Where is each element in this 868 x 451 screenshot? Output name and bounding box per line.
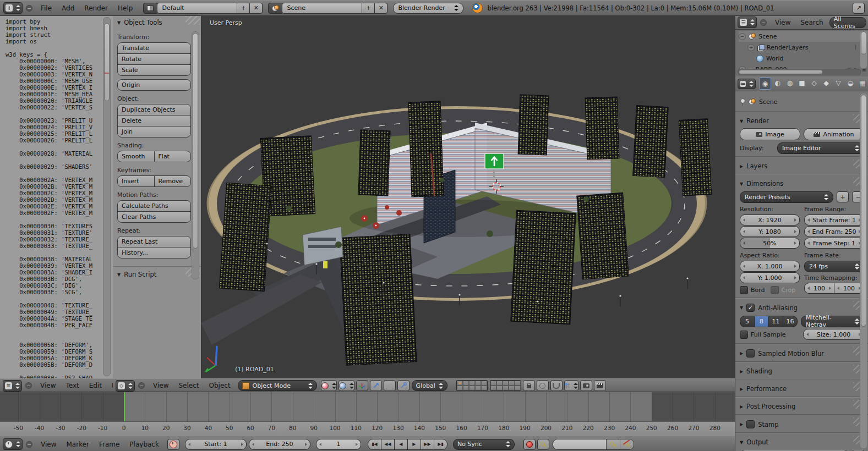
close-layout-button[interactable]: ✕ — [250, 3, 263, 14]
aa-sample-5[interactable]: 5 — [740, 316, 755, 327]
anti-aliasing-checkbox[interactable]: ✓ — [746, 304, 755, 312]
record-button[interactable] — [523, 439, 536, 450]
jump-to-end-button[interactable]: ▶▮ — [434, 439, 447, 450]
rotate-manipulator-button[interactable] — [384, 380, 396, 391]
sampled-motion-blur-panel-header[interactable]: ▶Sampled Motion Blur — [735, 345, 868, 360]
text-editor-region[interactable]: import bpy import bmesh import struct im… — [0, 15, 113, 378]
add-layout-button[interactable]: + — [237, 3, 250, 14]
collapse-menus-icon[interactable]: − — [138, 382, 145, 389]
scale-button[interactable]: Scale — [117, 64, 191, 76]
render-tab[interactable]: ◉ — [759, 78, 771, 90]
outliner-hscrollbar[interactable] — [738, 69, 861, 75]
screen-layout-browse-button[interactable] — [143, 3, 157, 14]
object-tab[interactable]: ■ — [796, 78, 807, 89]
border-checkbox-group[interactable]: Bord — [740, 286, 765, 294]
scale-manipulator-button[interactable] — [397, 380, 410, 391]
render-presets-dropdown[interactable]: Render Presets — [740, 191, 833, 203]
editor-type-outliner-button[interactable]: ☰ — [738, 16, 757, 28]
mode-dropdown[interactable]: Object Mode — [238, 380, 317, 391]
editor-type-info-button[interactable]: i — [3, 2, 23, 14]
duplicate-objects-button[interactable]: Duplicate Objects — [117, 104, 191, 116]
prev-keyframe-button[interactable]: ◀◀ — [381, 439, 395, 450]
text-editor-menu-text[interactable]: Text — [61, 382, 84, 389]
layer-cell[interactable] — [463, 386, 469, 391]
screen-layout-name[interactable]: Default — [157, 3, 237, 14]
aa-size-field[interactable]: Size: 1.000 — [803, 329, 864, 340]
editor-type-text-button[interactable]: ≡ — [3, 380, 22, 392]
pivot-point-dropdown[interactable] — [339, 380, 354, 391]
render-animation-button[interactable]: Animation — [804, 128, 864, 140]
opengl-render-button[interactable] — [580, 380, 592, 391]
viewport-shading-dropdown[interactable] — [321, 380, 337, 391]
outliner-item-scene[interactable]: −Scene — [739, 31, 868, 42]
collapse-menus-icon[interactable]: − — [25, 382, 32, 389]
scene-tab[interactable]: ◐ — [772, 78, 783, 89]
layers-panel-header[interactable]: ▶ Layers — [735, 158, 868, 173]
use-preview-range-button[interactable] — [167, 439, 179, 450]
resolution-x-field[interactable]: X: 1920 — [740, 215, 800, 226]
layer-cell[interactable] — [490, 386, 496, 391]
topbar-menu-add[interactable]: Add — [57, 4, 79, 12]
layer-cell[interactable] — [515, 381, 521, 386]
expand-icon[interactable]: + — [747, 44, 755, 51]
repeat-last-button[interactable]: Repeat Last — [117, 236, 191, 248]
layer-cell[interactable] — [457, 381, 463, 386]
calculate-paths-button[interactable]: Calculate Paths — [117, 200, 191, 212]
outliner-menu-view[interactable]: View — [770, 19, 795, 26]
scrollbar-thumb[interactable] — [861, 31, 866, 54]
translate-button[interactable]: Translate — [117, 42, 191, 54]
post-processing-panel-header[interactable]: ▶Post Processing — [735, 399, 868, 413]
view3d-menu-select[interactable]: Select — [173, 382, 204, 389]
layer-cell[interactable] — [475, 381, 481, 386]
aspect-y-field[interactable]: Y: 1.000 — [740, 272, 800, 283]
clear-paths-button[interactable]: Clear Paths — [117, 211, 191, 223]
pin-icon[interactable] — [740, 98, 745, 106]
layer-cell[interactable] — [457, 386, 463, 391]
properties-scrollbar[interactable] — [860, 93, 867, 449]
world-tab[interactable]: ◍ — [784, 78, 795, 89]
flat-button[interactable]: Flat — [154, 151, 192, 162]
layer-cell[interactable] — [481, 381, 487, 386]
collapse-menus-icon[interactable]: − — [26, 441, 32, 448]
outliner-vscrollbar[interactable] — [860, 30, 867, 69]
constraints-tab[interactable]: ◇ — [809, 78, 820, 89]
scene-browse-button[interactable] — [268, 3, 282, 14]
outliner-menu-search[interactable]: Search — [795, 19, 828, 26]
dimensions-panel-header[interactable]: ▼ Dimensions — [735, 176, 868, 190]
topbar-menu-render[interactable]: Render — [79, 4, 113, 12]
time-remap-old-field[interactable]: 100 — [804, 283, 834, 294]
manipulator-toggle-button[interactable] — [356, 380, 368, 391]
object-tools-panel-header[interactable]: ▼ Object Tools — [113, 15, 201, 29]
aa-filter-dropdown[interactable]: Mitchell-Netrav — [801, 316, 864, 327]
next-keyframe-button[interactable]: ▶▶ — [421, 439, 434, 450]
data-tab[interactable]: ▽ — [833, 78, 844, 89]
scrollbar-thumb[interactable] — [861, 95, 866, 327]
outliner-item-world[interactable]: World — [739, 53, 868, 64]
auto-keyframe-button[interactable] — [537, 439, 549, 450]
tool-shelf-scrollbar[interactable] — [192, 31, 199, 279]
layer-cell[interactable] — [496, 381, 503, 386]
topbar-menu-help[interactable]: Help — [113, 4, 138, 12]
layer-cell[interactable] — [503, 381, 509, 386]
layer-cell[interactable] — [509, 386, 515, 391]
sync-dropdown[interactable]: No Sync — [453, 439, 515, 450]
editor-type-properties-button[interactable]: ≔ — [738, 79, 756, 89]
remove-button[interactable]: Remove — [154, 175, 192, 187]
material-tab[interactable]: ◒ — [845, 78, 856, 89]
current-frame-playhead[interactable] — [124, 392, 125, 421]
frame-step-field[interactable]: Frame Step: 1 — [804, 238, 864, 249]
insert-keyframe-button[interactable] — [606, 439, 620, 449]
timeline-ruler[interactable]: -50-40-30-20-100102030405060708090100110… — [0, 421, 735, 436]
render-engine-dropdown[interactable]: Blender Render — [393, 3, 463, 14]
layer-cell[interactable] — [503, 386, 509, 391]
end-frame-field[interactable]: End Fram: 250 — [804, 226, 864, 237]
viewport-3d[interactable]: User Persp (1) ROAD_01 — [201, 15, 735, 378]
timeline-menu-frame[interactable]: Frame — [94, 441, 124, 448]
editor-type-3dview-button[interactable]: ◇ — [116, 380, 135, 392]
view3d-menu-object[interactable]: Object — [204, 382, 236, 389]
keying-set-field[interactable] — [553, 439, 606, 449]
scrollbar-thumb[interactable] — [193, 33, 198, 249]
proportional-edit-button[interactable] — [537, 380, 549, 391]
aa-sample-11[interactable]: 11 — [768, 316, 783, 327]
render-image-button[interactable]: Image — [740, 128, 800, 140]
